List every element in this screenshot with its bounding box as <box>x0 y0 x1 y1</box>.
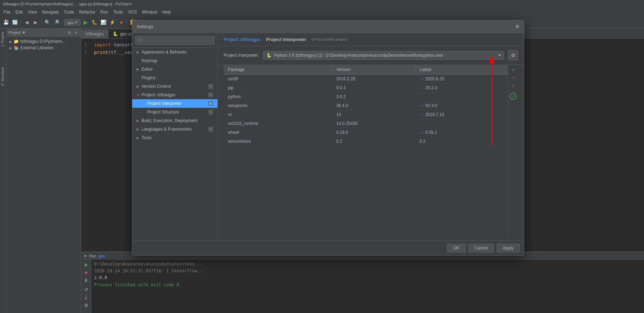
structure-tab[interactable]: Z: Structure <box>0 64 6 89</box>
settings-search-container <box>132 33 218 48</box>
col-version: Version <box>332 65 415 75</box>
save-button[interactable]: 💾 <box>2 19 10 26</box>
table-row[interactable]: wincertstore 0.2 0.2 <box>224 137 508 146</box>
refresh-button[interactable]: ↺ <box>510 93 517 100</box>
toolbar-separator-3 <box>62 19 62 26</box>
pkg-version: 14 <box>332 110 415 119</box>
cancel-button[interactable]: Cancel <box>469 244 494 252</box>
nav-appearance[interactable]: ▶ Appearance & Behavior <box>132 48 218 56</box>
run-stop-btn[interactable]: ■ <box>83 269 90 276</box>
profile-button[interactable]: ⚡ <box>108 19 116 26</box>
nav-build[interactable]: ▶ Build, Execution, Deployment <box>132 116 218 125</box>
menu-window[interactable]: Window <box>140 9 159 15</box>
project-tab[interactable]: 1: Project <box>0 29 6 50</box>
pkg-latest: →20.2.3 <box>415 84 508 92</box>
pkg-version: 2016.2.28 <box>332 75 415 84</box>
dialog-body: ▶ Appearance & Behavior Keymap ▶ Editor … <box>132 33 524 241</box>
interpreter-dropdown[interactable]: 🐍 Python 3.6 (tsflowgpu) (1) D:\Develop\… <box>263 51 504 60</box>
stop-button[interactable]: ■ <box>117 19 125 26</box>
nav-badge: ⊞ <box>208 84 213 89</box>
project-panel-header: Project ▼ ⚙ ✕ <box>6 29 81 37</box>
debug-button[interactable]: 🐛 <box>91 19 98 26</box>
menu-tools[interactable]: Tools <box>111 9 125 15</box>
settings-search-input[interactable] <box>135 36 215 45</box>
run-play-btn[interactable]: ▶ <box>83 261 90 268</box>
toolbar-separator-4 <box>127 19 127 26</box>
nav-project[interactable]: ▼ Project: tsflowgpu ⊞ <box>132 91 218 99</box>
nav-project-structure[interactable]: Project Structure ⊞ <box>132 108 218 116</box>
pkg-version: 14.0.25420 <box>332 119 415 128</box>
nav-version-control[interactable]: ▶ Version Control ⊞ <box>132 82 218 91</box>
nav-badge: ⊞ <box>208 127 213 132</box>
library-icon: 📚 <box>14 45 19 50</box>
menu-edit[interactable]: Edit <box>13 9 25 15</box>
menu-run[interactable]: Run <box>98 9 110 15</box>
nav-editor[interactable]: ▶ Editor <box>132 65 218 74</box>
menu-refactor[interactable]: Refactor <box>77 9 97 15</box>
toolbar-separator-2 <box>41 19 42 26</box>
run-settings-btn[interactable]: ⚙ <box>83 302 90 309</box>
menu-help[interactable]: Help <box>160 9 173 15</box>
pkg-name: vs2015_runtime <box>224 119 332 128</box>
nav-badge: ⊞ <box>208 101 213 106</box>
panel-close[interactable]: ✕ <box>73 30 79 35</box>
run-toolbar: ▶ ■ ⏸ ↺ ⤓ ⚙ <box>81 259 91 313</box>
find-button[interactable]: 🔎 <box>52 19 60 26</box>
nav-project-interpreter[interactable]: Project Interpreter ⊞ <box>132 99 218 108</box>
dialog-title: Settings <box>137 24 153 29</box>
run-config-dropdown[interactable]: gpu ▾ <box>64 19 81 26</box>
nav-keymap[interactable]: Keymap <box>132 56 218 65</box>
search-button[interactable]: 🔍 <box>44 19 51 26</box>
interpreter-gear-button[interactable]: ⚙ <box>508 50 518 60</box>
tree-item-external[interactable]: ▶ 📚 External Libraries <box>6 45 81 51</box>
back-button[interactable]: ◀ <box>23 19 31 26</box>
table-row[interactable]: setuptools 36.4.0 →50.3.0 <box>224 101 508 110</box>
table-row[interactable]: wheel 0.29.0 →0.35.1 <box>224 128 508 137</box>
pkg-name: setuptools <box>224 101 332 110</box>
up-button[interactable]: ↑ <box>510 82 517 89</box>
nav-arrow: ▶ <box>137 119 140 122</box>
run-scroll-btn[interactable]: ⤓ <box>83 294 90 301</box>
table-row[interactable]: pip 9.0.1 →20.2.3 <box>224 84 508 92</box>
table-row[interactable]: certifi 2016.2.28 →2020.6.20 <box>224 75 508 84</box>
coverage-button[interactable]: 📊 <box>99 19 107 26</box>
arrow-icon-ext: ▶ <box>9 46 12 50</box>
apply-button[interactable]: Apply <box>497 244 520 252</box>
menu-navigate[interactable]: Navigate <box>40 9 61 15</box>
interpreter-row: Project Interpreter: 🐍 Python 3.6 (tsflo… <box>218 46 524 65</box>
dialog-container: Settings ✕ ▶ Appearance & Behavior Keyma… <box>132 20 524 256</box>
sync-button[interactable]: 🔄 <box>11 19 19 26</box>
pkg-latest <box>415 119 508 128</box>
menu-vcs[interactable]: VCS <box>126 9 139 15</box>
tab-tsflowgpu[interactable]: tsflowgpu <box>81 30 108 38</box>
menu-view[interactable]: View <box>26 9 39 15</box>
pkg-version: 3.6.2 <box>332 92 415 101</box>
nav-plugins[interactable]: Plugins <box>132 74 218 82</box>
folder-icon: 📁 <box>14 39 19 44</box>
panel-gear[interactable]: ⚙ <box>66 30 72 35</box>
ok-button[interactable]: OK <box>447 244 465 252</box>
run-icon: ▶ <box>84 253 87 258</box>
nav-tools[interactable]: ▶ Tools <box>132 133 218 142</box>
menu-file[interactable]: File <box>1 9 12 15</box>
dropdown-chevron: ▾ <box>499 53 501 58</box>
nav-arrow: ▶ <box>137 85 140 88</box>
forward-button[interactable]: ▶ <box>32 19 40 26</box>
run-button[interactable]: ▶ <box>82 19 90 26</box>
nav-languages[interactable]: ▶ Languages & Frameworks ⊞ <box>132 125 218 133</box>
tree-item-tsflowgpu[interactable]: ▶ 📁 tsflowgpu D:\Pycharm... <box>6 38 81 45</box>
table-row[interactable]: vc 14 →2018.7.10 <box>224 110 508 119</box>
pkg-latest <box>415 92 508 101</box>
table-row[interactable]: python 3.6.2 <box>224 92 508 101</box>
table-row[interactable]: vs2015_runtime 14.0.25420 <box>224 119 508 128</box>
run-tab[interactable]: gpu <box>98 254 105 258</box>
add-package-button[interactable]: + <box>510 66 517 74</box>
pkg-name: python <box>224 92 332 101</box>
remove-package-button[interactable]: − <box>510 74 517 81</box>
run-rerun-btn[interactable]: ↺ <box>83 286 90 293</box>
breadcrumb-project[interactable]: Project: tsflowgpu <box>224 37 260 42</box>
dialog-close-button[interactable]: ✕ <box>515 23 520 30</box>
menu-code[interactable]: Code <box>62 9 76 15</box>
project-tree: ▶ 📁 tsflowgpu D:\Pycharm... ▶ 📚 External… <box>6 37 81 313</box>
run-pause-btn[interactable]: ⏸ <box>83 277 90 284</box>
